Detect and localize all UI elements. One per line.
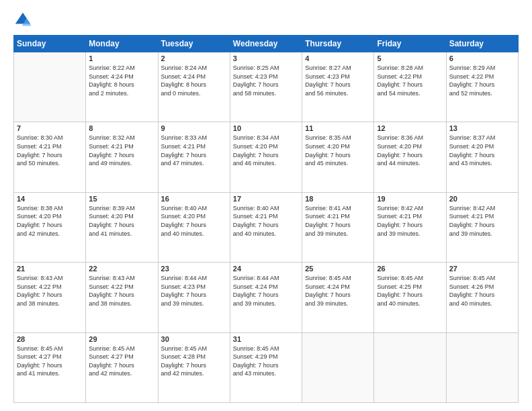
day-info: Sunrise: 8:27 AM Sunset: 4:23 PM Dayligh…	[305, 64, 371, 97]
day-number: 10	[233, 124, 299, 132]
day-number: 6	[449, 54, 515, 62]
calendar-week-row: 21Sunrise: 8:43 AM Sunset: 4:22 PM Dayli…	[14, 263, 519, 332]
calendar-cell: 12Sunrise: 8:36 AM Sunset: 4:20 PM Dayli…	[374, 122, 446, 192]
day-info: Sunrise: 8:37 AM Sunset: 4:20 PM Dayligh…	[449, 134, 515, 167]
calendar-cell: 22Sunrise: 8:43 AM Sunset: 4:22 PM Dayli…	[86, 263, 158, 332]
day-number: 19	[377, 195, 443, 203]
day-info: Sunrise: 8:44 AM Sunset: 4:24 PM Dayligh…	[233, 274, 299, 308]
day-info: Sunrise: 8:45 AM Sunset: 4:29 PM Dayligh…	[233, 345, 299, 378]
day-info: Sunrise: 8:41 AM Sunset: 4:21 PM Dayligh…	[305, 204, 371, 238]
calendar-cell: 11Sunrise: 8:35 AM Sunset: 4:20 PM Dayli…	[302, 122, 374, 192]
day-header-sunday: Sunday	[14, 36, 86, 52]
calendar-cell: 3Sunrise: 8:25 AM Sunset: 4:23 PM Daylig…	[230, 52, 302, 122]
day-info: Sunrise: 8:45 AM Sunset: 4:28 PM Dayligh…	[161, 345, 227, 378]
day-number: 15	[89, 195, 154, 203]
day-number: 20	[449, 195, 515, 203]
day-number: 2	[161, 54, 227, 62]
day-header-wednesday: Wednesday	[230, 36, 302, 52]
day-info: Sunrise: 8:45 AM Sunset: 4:26 PM Dayligh…	[449, 274, 515, 308]
day-info: Sunrise: 8:40 AM Sunset: 4:21 PM Dayligh…	[233, 204, 299, 238]
calendar-cell: 17Sunrise: 8:40 AM Sunset: 4:21 PM Dayli…	[230, 192, 302, 262]
day-info: Sunrise: 8:28 AM Sunset: 4:22 PM Dayligh…	[377, 64, 443, 97]
day-info: Sunrise: 8:45 AM Sunset: 4:24 PM Dayligh…	[305, 274, 371, 308]
calendar-cell: 1Sunrise: 8:22 AM Sunset: 4:24 PM Daylig…	[86, 52, 158, 122]
day-info: Sunrise: 8:43 AM Sunset: 4:22 PM Dayligh…	[17, 274, 83, 308]
calendar-cell: 21Sunrise: 8:43 AM Sunset: 4:22 PM Dayli…	[14, 263, 86, 332]
calendar-cell: 14Sunrise: 8:38 AM Sunset: 4:20 PM Dayli…	[14, 192, 86, 262]
day-info: Sunrise: 8:22 AM Sunset: 4:24 PM Dayligh…	[89, 64, 154, 97]
day-info: Sunrise: 8:34 AM Sunset: 4:20 PM Dayligh…	[233, 134, 299, 167]
calendar-cell: 30Sunrise: 8:45 AM Sunset: 4:28 PM Dayli…	[158, 332, 230, 402]
day-info: Sunrise: 8:25 AM Sunset: 4:23 PM Dayligh…	[233, 64, 299, 97]
calendar-week-row: 1Sunrise: 8:22 AM Sunset: 4:24 PM Daylig…	[14, 52, 519, 122]
calendar-cell: 29Sunrise: 8:45 AM Sunset: 4:27 PM Dayli…	[86, 332, 158, 402]
day-number: 11	[305, 124, 371, 132]
day-number: 28	[17, 335, 83, 343]
day-info: Sunrise: 8:24 AM Sunset: 4:24 PM Dayligh…	[161, 64, 227, 97]
day-number: 8	[89, 124, 154, 132]
calendar-cell: 23Sunrise: 8:44 AM Sunset: 4:23 PM Dayli…	[158, 263, 230, 332]
day-number: 17	[233, 195, 299, 203]
page: SundayMondayTuesdayWednesdayThursdayFrid…	[0, 0, 532, 411]
day-number: 23	[161, 265, 227, 273]
calendar-cell: 31Sunrise: 8:45 AM Sunset: 4:29 PM Dayli…	[230, 332, 302, 402]
day-number: 24	[233, 265, 299, 273]
day-info: Sunrise: 8:43 AM Sunset: 4:22 PM Dayligh…	[89, 274, 154, 308]
day-info: Sunrise: 8:45 AM Sunset: 4:27 PM Dayligh…	[89, 345, 154, 378]
calendar-cell: 20Sunrise: 8:42 AM Sunset: 4:21 PM Dayli…	[446, 192, 518, 262]
calendar-table: SundayMondayTuesdayWednesdayThursdayFrid…	[13, 35, 519, 403]
day-info: Sunrise: 8:33 AM Sunset: 4:21 PM Dayligh…	[161, 134, 227, 167]
day-info: Sunrise: 8:32 AM Sunset: 4:21 PM Dayligh…	[89, 134, 154, 167]
calendar-cell: 9Sunrise: 8:33 AM Sunset: 4:21 PM Daylig…	[158, 122, 230, 192]
day-info: Sunrise: 8:36 AM Sunset: 4:20 PM Dayligh…	[377, 134, 443, 167]
day-number: 4	[305, 54, 371, 62]
day-number: 26	[377, 265, 443, 273]
day-number: 29	[89, 335, 154, 343]
logo	[13, 11, 35, 30]
calendar-cell: 16Sunrise: 8:40 AM Sunset: 4:20 PM Dayli…	[158, 192, 230, 262]
day-info: Sunrise: 8:42 AM Sunset: 4:21 PM Dayligh…	[377, 204, 443, 238]
day-number: 16	[161, 195, 227, 203]
day-number: 27	[449, 265, 515, 273]
calendar-week-row: 14Sunrise: 8:38 AM Sunset: 4:20 PM Dayli…	[14, 192, 519, 262]
day-header-tuesday: Tuesday	[158, 36, 230, 52]
day-info: Sunrise: 8:40 AM Sunset: 4:20 PM Dayligh…	[161, 204, 227, 238]
day-info: Sunrise: 8:38 AM Sunset: 4:20 PM Dayligh…	[17, 204, 83, 238]
day-number: 22	[89, 265, 154, 273]
calendar-cell: 5Sunrise: 8:28 AM Sunset: 4:22 PM Daylig…	[374, 52, 446, 122]
calendar-cell: 28Sunrise: 8:45 AM Sunset: 4:27 PM Dayli…	[14, 332, 86, 402]
day-info: Sunrise: 8:39 AM Sunset: 4:20 PM Dayligh…	[89, 204, 154, 238]
day-number: 1	[89, 54, 154, 62]
day-number: 5	[377, 54, 443, 62]
calendar-cell: 26Sunrise: 8:45 AM Sunset: 4:25 PM Dayli…	[374, 263, 446, 332]
calendar-cell: 10Sunrise: 8:34 AM Sunset: 4:20 PM Dayli…	[230, 122, 302, 192]
calendar-header-row: SundayMondayTuesdayWednesdayThursdayFrid…	[14, 36, 519, 52]
calendar-cell: 13Sunrise: 8:37 AM Sunset: 4:20 PM Dayli…	[446, 122, 518, 192]
day-info: Sunrise: 8:29 AM Sunset: 4:22 PM Dayligh…	[449, 64, 515, 97]
day-number: 31	[233, 335, 299, 343]
calendar-week-row: 28Sunrise: 8:45 AM Sunset: 4:27 PM Dayli…	[14, 332, 519, 402]
calendar-cell: 24Sunrise: 8:44 AM Sunset: 4:24 PM Dayli…	[230, 263, 302, 332]
header	[13, 11, 519, 30]
calendar-cell: 8Sunrise: 8:32 AM Sunset: 4:21 PM Daylig…	[86, 122, 158, 192]
day-number: 9	[161, 124, 227, 132]
day-number: 13	[449, 124, 515, 132]
calendar-cell: 2Sunrise: 8:24 AM Sunset: 4:24 PM Daylig…	[158, 52, 230, 122]
calendar-week-row: 7Sunrise: 8:30 AM Sunset: 4:21 PM Daylig…	[14, 122, 519, 192]
calendar-cell	[374, 332, 446, 402]
day-number: 12	[377, 124, 443, 132]
day-number: 30	[161, 335, 227, 343]
day-number: 25	[305, 265, 371, 273]
day-number: 7	[17, 124, 83, 132]
day-info: Sunrise: 8:30 AM Sunset: 4:21 PM Dayligh…	[17, 134, 83, 167]
day-number: 21	[17, 265, 83, 273]
calendar-cell	[446, 332, 518, 402]
day-header-saturday: Saturday	[446, 36, 518, 52]
calendar-cell	[14, 52, 86, 122]
day-info: Sunrise: 8:42 AM Sunset: 4:21 PM Dayligh…	[449, 204, 515, 238]
day-header-friday: Friday	[374, 36, 446, 52]
calendar-cell: 7Sunrise: 8:30 AM Sunset: 4:21 PM Daylig…	[14, 122, 86, 192]
calendar-cell: 18Sunrise: 8:41 AM Sunset: 4:21 PM Dayli…	[302, 192, 374, 262]
day-number: 14	[17, 195, 83, 203]
logo-icon	[13, 11, 32, 30]
